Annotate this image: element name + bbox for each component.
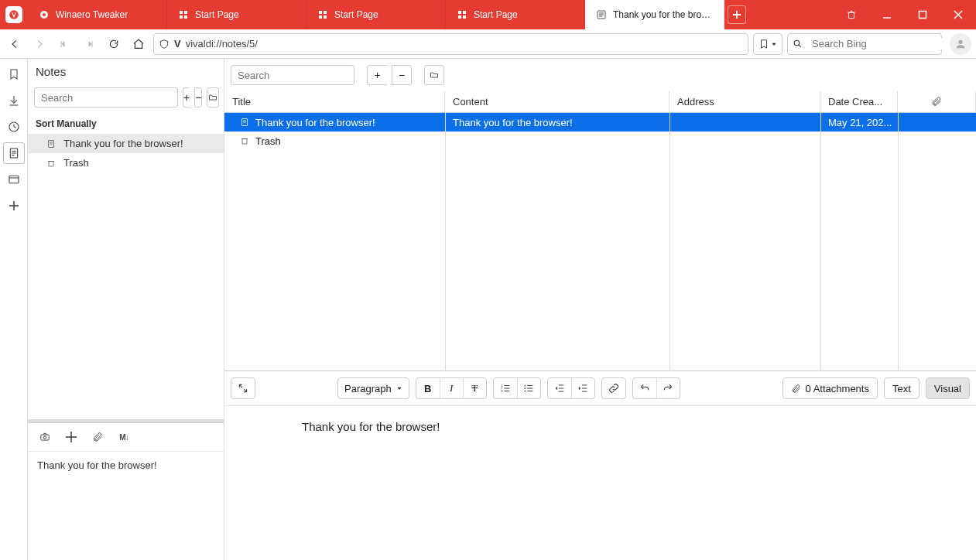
svg-rect-29 bbox=[61, 41, 62, 47]
tab-strip: Winaero Tweaker Start Page Start Page St… bbox=[28, 0, 724, 29]
attachments-button[interactable]: 0 Attachments bbox=[783, 377, 878, 399]
url-input[interactable] bbox=[186, 38, 743, 50]
search-icon[interactable] bbox=[793, 39, 803, 49]
add-panel-button[interactable] bbox=[3, 195, 25, 217]
svg-point-2 bbox=[43, 13, 46, 16]
maximize-button[interactable] bbox=[905, 0, 940, 29]
link-button[interactable] bbox=[602, 378, 625, 398]
svg-point-33 bbox=[794, 40, 800, 46]
row-date: May 21, 202... bbox=[828, 117, 892, 128]
italic-button[interactable]: I bbox=[440, 378, 463, 398]
reload-button[interactable] bbox=[104, 34, 124, 54]
home-button[interactable] bbox=[128, 34, 149, 54]
tab-start-page-1[interactable]: Start Page bbox=[167, 0, 306, 29]
attachment-icon-button[interactable] bbox=[90, 429, 105, 445]
content-remove-note-button[interactable]: − bbox=[392, 65, 412, 85]
sidebar-search-input[interactable] bbox=[34, 87, 178, 108]
ordered-list-button[interactable]: 123 bbox=[494, 378, 517, 398]
paragraph-select[interactable]: Paragraph bbox=[337, 377, 409, 399]
screenshot-button[interactable] bbox=[37, 429, 53, 445]
downloads-panel-button[interactable] bbox=[3, 90, 25, 111]
col-date[interactable]: Date Crea... bbox=[820, 91, 898, 112]
back-button[interactable] bbox=[5, 34, 25, 54]
closed-tabs-trash-button[interactable] bbox=[834, 0, 869, 29]
trash-icon bbox=[46, 159, 57, 168]
note-icon bbox=[596, 9, 607, 20]
bookmarks-panel-button[interactable] bbox=[3, 63, 25, 85]
mode-visual-button[interactable]: Visual bbox=[926, 377, 970, 399]
markdown-toggle-button[interactable]: M↓ bbox=[116, 429, 132, 445]
tab-start-page-3[interactable]: Start Page bbox=[446, 0, 585, 29]
svg-point-75 bbox=[525, 391, 526, 392]
svg-rect-14 bbox=[463, 15, 466, 19]
col-title[interactable]: Title bbox=[224, 91, 445, 112]
note-preview-text[interactable]: Thank you for the browser! bbox=[28, 452, 224, 560]
table-row[interactable]: Trash bbox=[224, 131, 976, 150]
unordered-list-button[interactable] bbox=[517, 378, 540, 398]
svg-marker-30 bbox=[89, 41, 92, 47]
new-folder-button[interactable] bbox=[207, 87, 219, 108]
table-row[interactable]: Thank you for the browser! Thank you for… bbox=[224, 113, 976, 131]
notes-panel-button[interactable] bbox=[3, 142, 25, 164]
tab-label: Thank you for the browser! bbox=[613, 9, 713, 20]
forward-button[interactable] bbox=[29, 34, 50, 54]
tab-winaero-tweaker[interactable]: Winaero Tweaker bbox=[28, 0, 167, 29]
svg-point-74 bbox=[525, 388, 526, 389]
col-content[interactable]: Content bbox=[445, 91, 670, 112]
vivaldi-logo[interactable] bbox=[0, 0, 28, 29]
sidebar-preview-area: M↓ Thank you for the browser! bbox=[28, 422, 224, 560]
vivaldi-v-icon[interactable]: V bbox=[174, 38, 181, 50]
redo-button[interactable] bbox=[656, 378, 680, 398]
bookmark-button[interactable] bbox=[753, 33, 783, 55]
svg-rect-31 bbox=[92, 41, 93, 47]
tree-trash-item[interactable]: Trash bbox=[28, 153, 224, 172]
new-tab-button[interactable] bbox=[728, 5, 746, 24]
content-new-note-button[interactable]: + bbox=[367, 65, 387, 85]
svg-rect-50 bbox=[49, 161, 53, 166]
history-panel-button[interactable] bbox=[3, 116, 25, 138]
remove-note-button[interactable]: − bbox=[194, 87, 202, 108]
tab-label: Start Page bbox=[334, 9, 378, 20]
svg-rect-6 bbox=[184, 15, 187, 19]
col-address[interactable]: Address bbox=[670, 91, 820, 112]
add-attachment-button[interactable] bbox=[63, 429, 79, 445]
svg-rect-11 bbox=[458, 11, 461, 14]
bold-button[interactable]: B bbox=[416, 378, 440, 398]
mode-text-button[interactable]: Text bbox=[884, 377, 919, 399]
svg-line-61 bbox=[239, 384, 242, 388]
svg-rect-9 bbox=[319, 15, 322, 19]
tab-label: Start Page bbox=[474, 9, 518, 20]
note-icon bbox=[46, 139, 57, 149]
search-input[interactable] bbox=[812, 38, 942, 50]
content-new-folder-button[interactable] bbox=[424, 65, 444, 85]
indent-button[interactable] bbox=[571, 378, 594, 398]
svg-rect-59 bbox=[242, 139, 247, 145]
outdent-button[interactable] bbox=[548, 378, 571, 398]
tab-start-page-2[interactable]: Start Page bbox=[306, 0, 446, 29]
svg-rect-7 bbox=[319, 11, 322, 14]
sort-header[interactable]: Sort Manually bbox=[28, 114, 224, 134]
minimize-button[interactable] bbox=[869, 0, 905, 29]
svg-rect-12 bbox=[463, 11, 466, 14]
col-attachments[interactable] bbox=[898, 91, 976, 112]
content-search-input[interactable] bbox=[231, 65, 354, 85]
tree-note-item[interactable]: Thank you for the browser! bbox=[28, 134, 224, 153]
svg-rect-13 bbox=[458, 15, 461, 19]
new-note-button[interactable]: + bbox=[183, 87, 190, 108]
fullscreen-button[interactable] bbox=[231, 378, 255, 398]
table-body: Thank you for the browser! Thank you for… bbox=[224, 113, 976, 370]
tab-notes-active[interactable]: Thank you for the browser! bbox=[585, 0, 724, 29]
profile-button[interactable] bbox=[950, 33, 971, 55]
speeddial-icon bbox=[457, 9, 467, 20]
close-button[interactable] bbox=[940, 0, 976, 29]
editor-body[interactable]: Thank you for the browser! bbox=[224, 406, 976, 560]
window-panel-button[interactable] bbox=[3, 169, 25, 190]
rewind-button[interactable] bbox=[54, 34, 74, 54]
app-icon bbox=[39, 9, 50, 20]
undo-button[interactable] bbox=[633, 378, 656, 398]
address-bar: V bbox=[0, 29, 976, 59]
svg-rect-52 bbox=[41, 435, 50, 440]
strikethrough-button[interactable]: T bbox=[463, 378, 486, 398]
fast-forward-button[interactable] bbox=[79, 34, 99, 54]
shield-icon[interactable] bbox=[159, 39, 170, 50]
